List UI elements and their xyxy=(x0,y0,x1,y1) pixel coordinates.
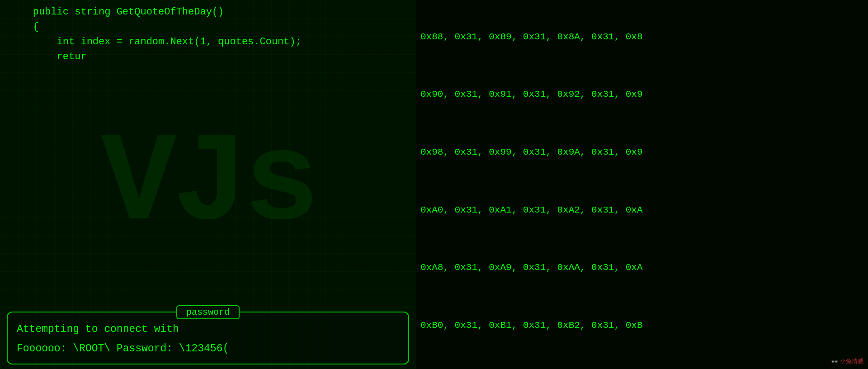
hex-line-1: 0x90, 0x31, 0x91, 0x31, 0x92, 0x31, 0x9 xyxy=(420,87,863,102)
terminal-output-1: Attempting to connect with xyxy=(17,322,399,337)
terminal-output-2: Foooooo: \ROOT\ Password: \123456( xyxy=(17,341,399,357)
hex-line-4: 0xA8, 0x31, 0xA9, 0x31, 0xAA, 0x31, 0xA xyxy=(420,260,863,275)
right-panel: 0x88, 0x31, 0x89, 0x31, 0x8A, 0x31, 0x8 … xyxy=(416,0,868,369)
hex-line-5: 0xB0, 0x31, 0xB1, 0x31, 0xB2, 0x31, 0xB xyxy=(420,318,863,333)
code-line-3: int index = random.Next(1, quotes.Count)… xyxy=(9,34,407,49)
code-terminal: public string GetQuoteOfTheDay() { int i… xyxy=(0,0,416,308)
logo-watermark: 👓 小兔情感 xyxy=(831,357,863,365)
code-line-2: { xyxy=(9,19,407,34)
logo-text: 小兔情感 xyxy=(840,357,863,365)
logo-icon: 👓 xyxy=(831,358,838,365)
hex-dump: 0x88, 0x31, 0x89, 0x31, 0x8A, 0x31, 0x8 … xyxy=(420,0,863,369)
hex-line-3: 0xA0, 0x31, 0xA1, 0x31, 0xA2, 0x31, 0xA xyxy=(420,203,863,218)
code-line-1: public string GetQuoteOfTheDay() xyxy=(9,5,407,19)
hex-line-0: 0x88, 0x31, 0x89, 0x31, 0x8A, 0x31, 0x8 xyxy=(420,30,863,44)
terminal-label: password xyxy=(176,305,240,319)
code-line-4: retur xyxy=(9,49,407,64)
hex-line-2: 0x98, 0x31, 0x99, 0x31, 0x9A, 0x31, 0x9 xyxy=(420,145,863,160)
left-panel: VJs public string GetQuoteOfTheDay() { i… xyxy=(0,0,416,369)
bottom-terminal: password Attempting to connect with Fooo… xyxy=(7,312,409,364)
